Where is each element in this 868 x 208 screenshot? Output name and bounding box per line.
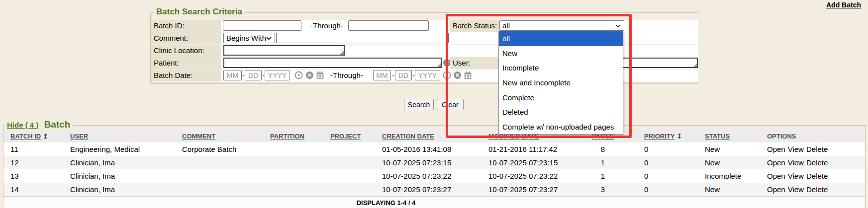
sort-ascending-icon: ↥	[43, 131, 48, 142]
cell-modified-date: 10-07-2025 07:23:22	[488, 169, 558, 183]
table-header: BATCH ID↥ USER COMMENT PARTITION PROJECT…	[3, 131, 865, 142]
cell-status: New	[705, 156, 720, 169]
calendar-icon[interactable]	[316, 71, 324, 79]
cell-creation-date: 10-07-2025 07:23:27	[382, 183, 451, 196]
open-batch-link[interactable]: Open	[767, 158, 785, 167]
batch-id-label: Batch ID:	[151, 20, 221, 32]
batch-status-option[interactable]: Complete w/ non-uploaded pages	[499, 119, 623, 134]
cell-modified-date: 01-21-2016 11:17:42	[488, 142, 557, 156]
batch-id-row: Batch ID: -Through- Batch Status: all	[151, 20, 698, 32]
cell-status: New	[705, 142, 720, 156]
batch-status-option[interactable]: Incomplete	[499, 61, 623, 75]
cell-creation-date: 10-07-2025 07:23:15	[382, 156, 451, 169]
batch-status-dropdown-list: allNewIncompleteNew and IncompleteComple…	[498, 31, 623, 135]
cell-priority: 0	[644, 169, 648, 183]
batch-date-from-mm-input[interactable]	[223, 70, 242, 80]
time-picker-icon[interactable]	[443, 71, 451, 79]
add-batch-link[interactable]: Add Batch	[826, 1, 861, 9]
calendar-icon[interactable]	[464, 71, 472, 79]
batch-status-option[interactable]: Deleted	[499, 105, 623, 120]
batch-date-to-dd-input[interactable]	[395, 70, 412, 80]
column-batch-id[interactable]: BATCH ID↥	[10, 131, 48, 142]
chevron-down-icon	[615, 24, 621, 28]
cell-user: Clinician, Ima	[70, 156, 115, 169]
clear-date-icon[interactable]	[305, 71, 314, 79]
batch-status-label: Batch Status:	[450, 20, 499, 32]
batch-date-to-mm-input[interactable]	[373, 70, 391, 80]
table-row: 11Engineering, MedicalCorporate Batch01-…	[3, 142, 865, 156]
view-batch-link[interactable]: View	[788, 158, 804, 167]
cell-pages: 8	[580, 142, 625, 156]
comment-match-select[interactable]: Begins With	[223, 33, 275, 43]
cell-batch-id: 13	[10, 169, 19, 183]
time-picker-icon[interactable]	[294, 71, 303, 79]
search-button[interactable]: Search	[404, 99, 434, 110]
table-footer: DISPLAYING 1-4 / 4	[3, 196, 865, 208]
results-legend-title: Batch	[44, 119, 71, 130]
batch-date-to-yyyy-input[interactable]	[415, 70, 440, 80]
column-user[interactable]: USER	[70, 131, 88, 142]
view-batch-link[interactable]: View	[788, 145, 804, 153]
sort-descending-icon: ↧	[676, 131, 682, 142]
comment-input[interactable]	[276, 33, 449, 43]
chevron-down-icon	[266, 37, 272, 40]
batch-date-from-dd-input[interactable]	[245, 70, 262, 80]
batch-status-select[interactable]: all	[499, 20, 624, 31]
cell-options: OpenViewDelete	[767, 142, 830, 156]
table-row: 13Clinician, Ima10-07-2025 07:23:2210-07…	[3, 169, 865, 183]
column-partition[interactable]: PARTITION	[270, 131, 304, 142]
cell-status: New	[705, 183, 720, 196]
delete-batch-link[interactable]: Delete	[806, 145, 828, 153]
cell-modified-date: 10-07-2025 07:23:15	[488, 156, 558, 169]
cell-batch-id: 14	[10, 183, 19, 196]
view-batch-link[interactable]: View	[788, 172, 804, 180]
search-panel-legend: Batch Search Criteria	[154, 7, 245, 17]
batch-status-option[interactable]: all	[499, 31, 623, 46]
batch-status-option[interactable]: New and Incomplete	[499, 75, 623, 90]
clear-date-icon[interactable]	[453, 71, 462, 79]
view-batch-link[interactable]: View	[788, 185, 804, 194]
clear-button[interactable]: Clear	[437, 99, 464, 110]
cell-creation-date: 10-07-2025 07:23:22	[382, 169, 451, 183]
date-separator: -	[262, 69, 265, 81]
batch-status-option[interactable]: New	[499, 46, 623, 61]
column-comment[interactable]: COMMENT	[182, 131, 215, 142]
cell-user: Engineering, Medical	[70, 142, 140, 156]
results-panel-legend: Hide ( 4 ) Batch	[4, 119, 73, 130]
patient-help-icon[interactable]: ?	[443, 59, 451, 67]
patient-input[interactable]	[223, 58, 442, 68]
delete-batch-link[interactable]: Delete	[806, 158, 828, 167]
column-creation-date[interactable]: CREATION DATE	[382, 131, 434, 142]
open-batch-link[interactable]: Open	[767, 145, 785, 153]
batch-id-from-input[interactable]	[223, 20, 301, 31]
open-batch-link[interactable]: Open	[767, 185, 785, 194]
batch-status-selected-value: all	[502, 21, 510, 30]
column-status[interactable]: STATUS	[705, 131, 730, 142]
hide-results-link[interactable]: Hide ( 4 )	[7, 121, 38, 129]
table-row: 14Clinician, Ima10-07-2025 07:23:2710-07…	[3, 183, 865, 196]
clinic-location-input[interactable]	[223, 45, 345, 56]
column-priority[interactable]: PRIORITY↧	[644, 131, 682, 142]
cell-comment: Corporate Batch	[182, 142, 236, 156]
batch-status-option[interactable]: Complete	[499, 90, 623, 105]
cell-priority: 0	[644, 142, 648, 156]
table-row: 12Clinician, Ima10-07-2025 07:23:1510-07…	[3, 156, 865, 169]
batch-date-from-yyyy-input[interactable]	[265, 70, 290, 80]
date-separator: -	[242, 69, 245, 81]
open-batch-link[interactable]: Open	[767, 172, 785, 180]
delete-batch-link[interactable]: Delete	[806, 185, 828, 194]
delete-batch-link[interactable]: Delete	[806, 172, 828, 180]
cell-pages: 1	[580, 169, 625, 183]
batch-date-through-label: -Through-	[330, 69, 363, 81]
comment-match-value: Begins With	[226, 34, 266, 42]
user-label: User:	[450, 57, 499, 69]
cell-user: Clinician, Ima	[70, 183, 115, 196]
cell-options: OpenViewDelete	[767, 169, 830, 183]
column-project[interactable]: PROJECT	[330, 131, 361, 142]
date-separator: -	[392, 69, 394, 81]
column-options: OPTIONS	[767, 131, 796, 142]
cell-options: OpenViewDelete	[767, 183, 830, 196]
batch-id-through-label: -Through-	[310, 20, 343, 32]
batch-id-to-input[interactable]	[348, 20, 429, 31]
cell-batch-id: 12	[10, 156, 19, 169]
